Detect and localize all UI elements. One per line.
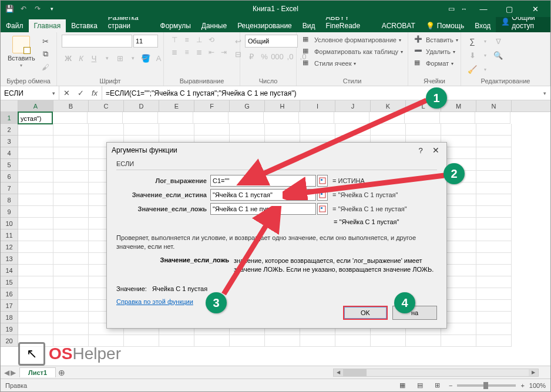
cell[interactable]: [18, 206, 53, 218]
cell[interactable]: [476, 241, 512, 253]
row-header[interactable]: 18: [1, 312, 18, 323]
cell[interactable]: [476, 265, 512, 276]
sort-filter-icon[interactable]: ᐁ: [492, 35, 505, 48]
cell[interactable]: устая"): [18, 111, 53, 124]
formula-expand-icon[interactable]: ▾: [539, 86, 550, 100]
fill-icon[interactable]: ⬇: [466, 49, 479, 62]
cell[interactable]: [476, 312, 512, 323]
cell[interactable]: [53, 194, 89, 206]
indent-dec-icon[interactable]: ⇤: [206, 47, 217, 58]
cell[interactable]: [476, 335, 512, 347]
name-box-arrow-icon[interactable]: ▾: [52, 90, 55, 96]
cell[interactable]: [369, 112, 405, 124]
row-header[interactable]: 3: [1, 136, 18, 147]
currency-icon[interactable]: ₽: [245, 50, 258, 63]
cell[interactable]: [53, 124, 89, 136]
row-header[interactable]: 8: [1, 194, 18, 206]
cell[interactable]: [476, 229, 512, 241]
cell[interactable]: [52, 112, 88, 124]
align-middle-icon[interactable]: ≡: [181, 35, 193, 45]
percent-icon[interactable]: %: [258, 50, 271, 63]
row-header[interactable]: 19: [1, 323, 18, 335]
range-picker-icon[interactable]: [317, 175, 328, 187]
paste-button[interactable]: Вставить ▾: [5, 35, 38, 69]
col-header[interactable]: K: [371, 100, 406, 111]
cell[interactable]: [230, 335, 265, 347]
zoom-slider[interactable]: [457, 384, 516, 387]
cell[interactable]: [476, 323, 512, 335]
cell[interactable]: [18, 147, 53, 159]
col-header[interactable]: M: [441, 100, 476, 111]
cell[interactable]: [18, 323, 53, 335]
ribbon-options-icon[interactable]: ▭: [446, 4, 456, 14]
cell[interactable]: [18, 241, 53, 253]
tab-help[interactable]: 💡Помощь: [421, 19, 469, 32]
arg2-input[interactable]: [210, 189, 316, 201]
row-header[interactable]: 13: [1, 253, 18, 265]
col-header[interactable]: C: [89, 100, 124, 111]
arg1-input[interactable]: [210, 175, 316, 187]
tab-data[interactable]: Данные: [196, 19, 232, 32]
cell[interactable]: [53, 265, 89, 276]
cell[interactable]: [476, 171, 512, 183]
cell[interactable]: [18, 300, 53, 312]
cell[interactable]: [53, 276, 89, 288]
row-header[interactable]: 4: [1, 147, 18, 159]
cell[interactable]: [53, 288, 89, 300]
row-header[interactable]: 11: [1, 229, 18, 241]
horizontal-scrollbar[interactable]: ◀▶: [333, 369, 539, 377]
col-header[interactable]: D: [124, 100, 159, 111]
sheet-nav-prev-icon[interactable]: ◀: [4, 369, 9, 377]
cell[interactable]: [53, 183, 89, 194]
cell[interactable]: [371, 335, 406, 347]
number-format-select[interactable]: [245, 35, 298, 48]
undo-icon[interactable]: ↶: [18, 4, 29, 14]
cell[interactable]: [158, 112, 193, 124]
cell[interactable]: [335, 335, 371, 347]
cell[interactable]: [476, 124, 512, 136]
dialog-close-icon[interactable]: ✕: [430, 146, 442, 155]
tab-formulas[interactable]: Формулы: [155, 19, 196, 32]
row-header[interactable]: 9: [1, 206, 18, 218]
zoom-in-icon[interactable]: +: [520, 382, 524, 389]
row-header[interactable]: 5: [1, 159, 18, 171]
cell[interactable]: [53, 229, 89, 241]
cell[interactable]: [89, 124, 124, 136]
tab-insert[interactable]: Вставка: [66, 19, 103, 32]
cell[interactable]: [441, 335, 476, 347]
qat-customize-icon[interactable]: ▾: [46, 4, 57, 14]
maximize-button[interactable]: ▢: [498, 3, 521, 15]
cell[interactable]: [476, 136, 512, 147]
cell[interactable]: [476, 147, 512, 159]
cell[interactable]: [53, 253, 89, 265]
clear-icon[interactable]: 🧹: [466, 63, 479, 76]
cell[interactable]: [299, 112, 334, 124]
cell[interactable]: [476, 288, 512, 300]
cell[interactable]: [124, 124, 159, 136]
arg3-input[interactable]: [210, 203, 316, 215]
cell[interactable]: [476, 159, 512, 171]
cell[interactable]: [475, 112, 510, 124]
range-picker-icon[interactable]: [317, 203, 328, 215]
cell[interactable]: [18, 253, 53, 265]
delete-cells-button[interactable]: ➖Удалить▾: [413, 46, 459, 57]
formula-input[interactable]: =ЕСЛИ(C1="";"Ячейка С 1 пустая";"Ячейка …: [102, 86, 539, 100]
cell[interactable]: [440, 112, 475, 124]
insert-cells-button[interactable]: ➕Вставить▾: [413, 35, 459, 45]
comma-icon[interactable]: 000: [271, 50, 284, 63]
range-picker-icon[interactable]: [317, 189, 328, 201]
format-painter-icon[interactable]: 🖌: [40, 62, 52, 72]
cell[interactable]: [123, 112, 158, 124]
row-header[interactable]: 16: [1, 288, 18, 300]
conditional-format-button[interactable]: ▦Условное форматирование▾: [301, 35, 404, 45]
confirm-edit-icon[interactable]: ✓: [73, 86, 88, 100]
col-header[interactable]: J: [335, 100, 371, 111]
cell[interactable]: [476, 218, 512, 229]
sync-icon[interactable]: ↔: [459, 4, 469, 14]
cell[interactable]: [265, 124, 300, 136]
dialog-help-icon[interactable]: ?: [415, 146, 426, 155]
cell[interactable]: [18, 159, 53, 171]
fx-icon[interactable]: fx: [88, 86, 102, 100]
cell[interactable]: [194, 124, 230, 136]
cell[interactable]: [229, 112, 264, 124]
